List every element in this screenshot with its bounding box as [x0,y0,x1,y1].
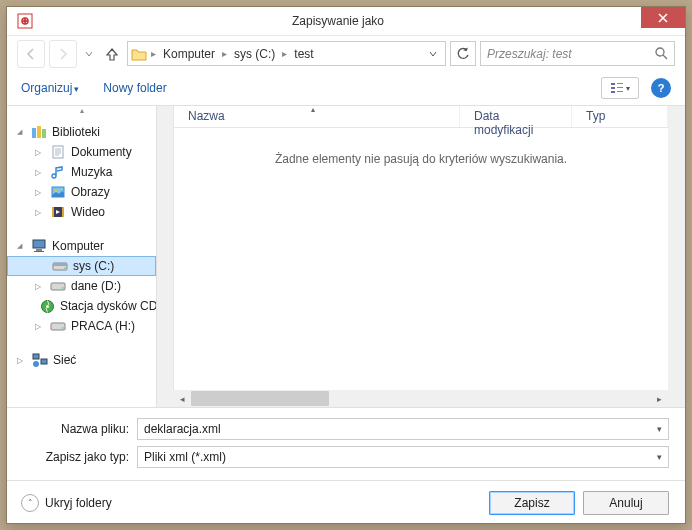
scroll-right-icon[interactable]: ▸ [651,390,668,407]
svg-rect-19 [36,249,42,251]
search-input[interactable]: Przeszukaj: test [480,41,675,66]
window-title: Zapisywanie jako [35,14,641,28]
address-dropdown[interactable] [423,50,443,58]
svg-point-27 [46,305,49,308]
chevron-right-icon: ▸ [221,48,228,59]
save-button[interactable]: Zapisz [489,491,575,515]
videos-icon [49,204,66,220]
nav-tree: ▴ Biblioteki Dokumenty Muzyka Obrazy [7,106,157,407]
view-options-button[interactable]: ▾ [601,77,639,99]
svg-point-2 [656,48,664,56]
filetype-select[interactable]: Pliki xml (*.xml) ▾ [137,446,669,468]
horizontal-scrollbar[interactable]: ◂ ▸ [157,390,685,407]
forward-button[interactable] [49,40,77,68]
svg-rect-12 [53,146,63,158]
tree-documents[interactable]: Dokumenty [7,142,156,162]
documents-icon [49,144,66,160]
music-icon [49,164,66,180]
chevron-right-icon: ▸ [150,48,157,59]
svg-rect-6 [617,83,623,84]
help-button[interactable]: ? [651,78,671,98]
close-button[interactable] [641,7,685,28]
breadcrumb-drive[interactable]: sys (C:) [230,45,279,63]
svg-point-32 [33,361,39,367]
gutter [157,106,174,390]
vertical-scrollbar[interactable] [668,106,685,390]
save-as-dialog: Zapisywanie jako ▸ Komputer ▸ sys (C:) ▸ [6,6,686,524]
svg-rect-4 [611,87,615,89]
cd-drive-icon [40,298,55,314]
filename-input[interactable]: deklaracja.xml ▾ [137,418,669,440]
svg-rect-11 [42,129,46,138]
chevron-right-icon: ▸ [281,48,288,59]
search-icon [655,47,668,60]
column-headers: ▴ Nazwa Data modyfikacji Typ [174,106,668,128]
hide-folders-button[interactable]: ˄ Ukryj foldery [21,494,112,512]
svg-rect-31 [41,359,47,364]
tree-libraries[interactable]: Biblioteki [7,122,156,142]
column-type[interactable]: Typ [572,106,668,127]
tree-drive-d[interactable]: dane (D:) [7,276,156,296]
column-date[interactable]: Data modyfikacji [460,106,572,127]
toolbar: Organizuj▾ Nowy folder ▾ ? [7,71,685,105]
drive-icon [51,258,68,274]
network-icon [31,352,48,368]
back-button[interactable] [17,40,45,68]
breadcrumb-computer[interactable]: Komputer [159,45,219,63]
drive-icon [49,278,66,294]
svg-point-25 [62,287,64,289]
titlebar: Zapisywanie jako [7,7,685,35]
svg-rect-24 [51,283,65,290]
recent-dropdown[interactable] [81,40,97,68]
filetype-label: Zapisz jako typ: [23,450,137,464]
svg-rect-28 [51,323,65,330]
svg-rect-22 [53,263,67,266]
breadcrumb-folder[interactable]: test [290,45,317,63]
refresh-button[interactable] [450,41,476,66]
svg-rect-20 [34,251,44,252]
chevron-down-icon[interactable]: ▾ [657,452,662,462]
body: ▴ Biblioteki Dokumenty Muzyka Obrazy [7,105,685,408]
pictures-icon [49,184,66,200]
file-list-area: ▴ Nazwa Data modyfikacji Typ Żadne eleme… [157,106,685,390]
cancel-button[interactable]: Anuluj [583,491,669,515]
new-folder-button[interactable]: Nowy folder [103,81,166,95]
footer: ˄ Ukryj foldery Zapisz Anuluj [7,480,685,525]
svg-point-29 [62,327,64,329]
filename-label: Nazwa pliku: [23,422,137,436]
tree-drive-c[interactable]: sys (C:) [7,256,156,276]
scroll-thumb[interactable] [191,391,329,406]
svg-rect-3 [611,83,615,85]
folder-icon [130,45,148,63]
drive-icon [49,318,66,334]
chevron-down-icon[interactable]: ▾ [657,424,662,434]
chevron-up-icon: ˄ [21,494,39,512]
nav-bar: ▸ Komputer ▸ sys (C:) ▸ test Przeszukaj:… [7,35,685,71]
address-bar[interactable]: ▸ Komputer ▸ sys (C:) ▸ test [127,41,446,66]
computer-icon [30,238,47,254]
app-icon [15,11,35,31]
scroll-left-icon[interactable]: ◂ [174,390,191,407]
svg-rect-30 [33,354,39,359]
search-placeholder: Przeszukaj: test [487,47,655,61]
tree-network[interactable]: Sieć [7,350,156,370]
svg-point-23 [64,267,66,269]
tree-music[interactable]: Muzyka [7,162,156,182]
svg-rect-7 [617,87,623,88]
libraries-icon [30,124,47,140]
tree-pictures[interactable]: Obrazy [7,182,156,202]
empty-message: Żadne elementy nie pasują do kryteriów w… [174,152,668,166]
tree-computer[interactable]: Komputer [7,236,156,256]
up-button[interactable] [101,41,123,67]
save-fields: Nazwa pliku: deklaracja.xml ▾ Zapisz jak… [7,408,685,480]
svg-rect-8 [617,91,623,92]
svg-rect-17 [62,207,64,217]
column-name[interactable]: ▴ Nazwa [174,106,460,127]
scroll-up-icon[interactable]: ▴ [7,106,156,114]
tree-drive-h[interactable]: PRACA (H:) [7,316,156,336]
organize-menu[interactable]: Organizuj▾ [21,81,79,95]
svg-rect-16 [52,207,54,217]
view-icon [610,82,624,94]
tree-videos[interactable]: Wideo [7,202,156,222]
tree-drive-cd[interactable]: Stacja dysków CD [7,296,156,316]
